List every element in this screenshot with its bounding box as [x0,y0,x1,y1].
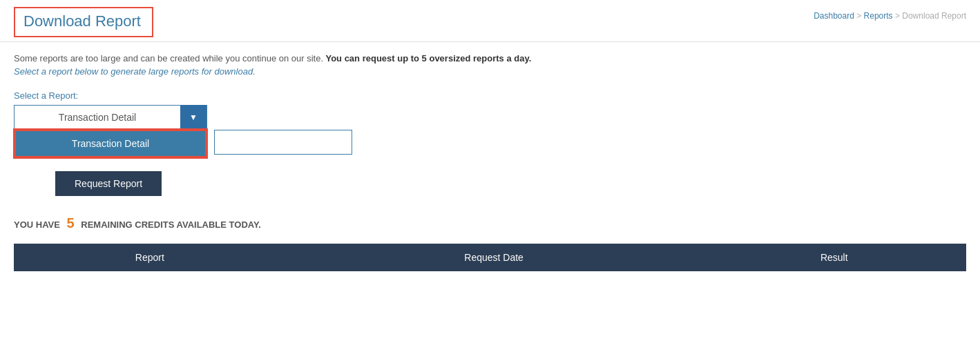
info-line1: Some reports are too large and can be cr… [14,53,966,63]
dropdown-wrapper: Transaction Detail ▼ Transaction Detail [14,105,207,130]
main-content: Some reports are too large and can be cr… [0,42,980,285]
credits-number: 5 [67,215,75,231]
date-input-wrapper [214,130,352,155]
breadcrumb-sep2: > [895,11,902,21]
breadcrumb: Dashboard > Reports > Download Report [814,11,966,21]
col-result: Result [702,244,966,271]
report-table: Report Request Date Result [14,244,966,271]
request-report-button[interactable]: Request Report [55,171,162,196]
dropdown-container: Transaction Detail ▼ Transaction Detail [14,105,207,130]
page-wrapper: Download Report Dashboard > Reports > Do… [0,0,980,352]
breadcrumb-dashboard[interactable]: Dashboard [814,11,854,21]
page-title: Download Report [23,12,141,30]
breadcrumb-sep1: > [856,11,863,21]
dropdown-menu: Transaction Detail [14,130,207,158]
credits-prefix: YOU HAVE [14,219,60,230]
date-input[interactable] [214,130,352,155]
info-line1-normal: Some reports are too large and can be cr… [14,53,323,63]
table-header: Report Request Date Result [14,244,966,271]
breadcrumb-reports[interactable]: Reports [864,11,893,21]
credits-suffix: REMAINING CREDITS AVAILABLE TODAY. [81,219,261,230]
report-dropdown[interactable]: Transaction Detail ▼ [14,105,207,130]
dropdown-option-transaction-detail[interactable]: Transaction Detail [15,130,206,157]
info-line2: Select a report below to generate large … [14,66,966,77]
col-request-date: Request Date [286,244,702,271]
chevron-down-icon: ▼ [189,113,198,122]
col-report: Report [14,244,286,271]
breadcrumb-current: Download Report [902,11,966,21]
page-header: Download Report Dashboard > Reports > Do… [0,0,980,42]
page-title-box: Download Report [14,7,153,37]
dropdown-selected-value: Transaction Detail [15,112,180,123]
table-header-row: Report Request Date Result [14,244,966,271]
form-row: Transaction Detail ▼ Transaction Detail [14,105,966,155]
select-label: Select a Report: [14,90,966,101]
credits-section: YOU HAVE 5 REMAINING CREDITS AVAILABLE T… [14,215,966,231]
dropdown-arrow-icon[interactable]: ▼ [180,105,206,130]
info-line1-bold: You can request up to 5 oversized report… [323,53,531,63]
